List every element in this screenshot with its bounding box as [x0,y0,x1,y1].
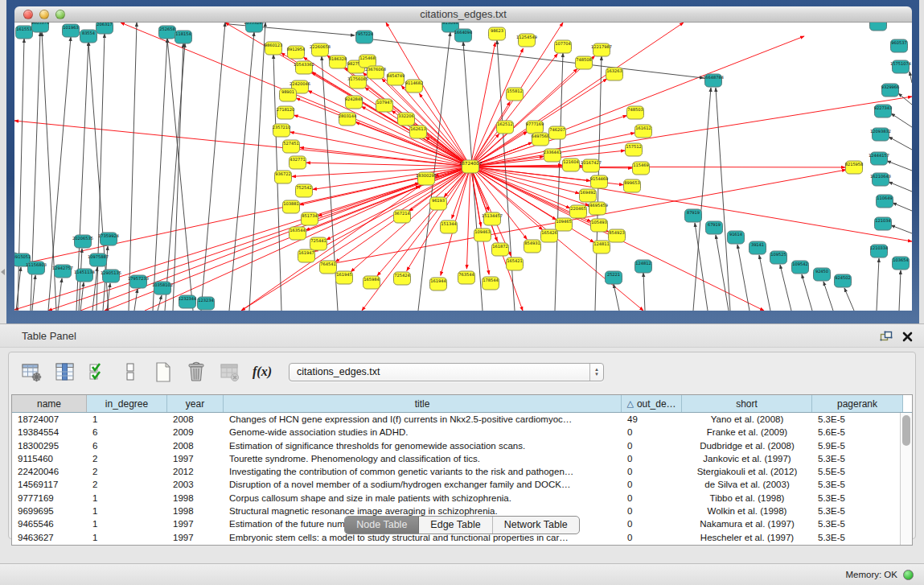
yellow-node[interactable]: 121604 [563,159,580,171]
float-panel-icon[interactable] [880,331,893,342]
yellow-node[interactable]: 854931 [524,240,541,253]
column-header-year[interactable]: year [167,395,224,412]
teal-node[interactable]: 11156803 [26,262,47,274]
yellow-node[interactable]: 151344 [441,220,458,233]
yellow-node[interactable]: 432771 [290,156,306,169]
teal-node[interactable]: 110649 [877,195,893,208]
black-edge[interactable] [32,275,35,311]
sidebar-collapse-handle[interactable] [1,269,5,275]
teal-node[interactable]: 92450 [814,268,831,281]
yellow-node[interactable]: 169492 [580,189,597,202]
yellow-node[interactable]: 9777169 [526,121,544,134]
black-edge[interactable] [418,32,450,311]
yellow-node[interactable]: 14695459 [587,202,608,215]
black-edge[interactable] [823,282,833,311]
table-settings-button[interactable] [20,360,43,383]
table-row[interactable]: 2242004622012Investigating the contribut… [12,465,900,478]
teal-node[interactable]: 960537 [891,39,908,52]
black-edge[interactable] [129,23,137,311]
teal-node[interactable]: 118154 [175,31,192,43]
close-window-button[interactable] [23,10,33,19]
yellow-node[interactable]: 124811 [593,241,610,253]
yellow-node[interactable]: 15134457 [482,212,503,225]
yellow-node[interactable]: 161945 [336,271,353,284]
yellow-node[interactable]: 725424 [394,272,411,285]
network-graph[interactable]: 1872400716155396053741019638355420631725… [14,23,912,311]
yellow-node[interactable]: 746207 [549,126,566,139]
hub-node[interactable]: 18724007 [459,160,483,173]
yellow-node[interactable]: 764541 [320,261,337,274]
yellow-node[interactable]: 105493 [591,219,608,232]
teal-node[interactable]: 151283 [870,23,887,31]
yellow-node[interactable]: 161612 [635,125,652,138]
yellow-node[interactable]: 2803144 [339,113,357,126]
teal-node[interactable]: 67919 [706,221,723,234]
red-edge[interactable] [470,167,543,230]
black-edge[interactable] [716,235,729,311]
yellow-node[interactable]: 165421 [507,257,524,270]
black-edge[interactable] [153,39,167,311]
black-edge[interactable] [229,32,254,311]
yellow-node[interactable]: 103881 [283,200,300,213]
table-scrollbar-thumb[interactable] [902,415,910,446]
teal-node[interactable]: 1664094 [454,29,473,42]
teal-node[interactable]: 25221 [606,271,622,284]
memory-ok-indicator[interactable] [903,570,914,580]
black-edge[interactable] [97,34,105,311]
black-edge[interactable] [877,258,879,311]
yellow-node[interactable]: 163263 [606,68,623,80]
black-edge[interactable] [167,39,193,311]
rows-button[interactable] [119,360,142,383]
yellow-node[interactable]: 98623 [489,27,506,40]
yellow-node[interactable]: 115469 [633,162,650,175]
black-edge[interactable] [201,23,225,311]
teal-node[interactable]: 109542 [792,261,809,274]
table-row[interactable]: 1872400712008Changes of HCN gene express… [12,413,900,426]
black-edge[interactable] [80,282,84,311]
column-header-in_degree[interactable]: in_degree [87,395,167,412]
yellow-node[interactable]: 109463 [474,229,491,241]
yellow-node[interactable]: 8215958 [845,161,864,174]
yellow-node[interactable]: 162512 [497,121,514,134]
yellow-node[interactable]: 107704 [555,40,572,53]
teal-node[interactable]: 12905135 [101,270,121,282]
black-edge[interactable] [643,273,645,311]
yellow-node[interactable]: 2718120 [277,106,295,119]
yellow-node[interactable]: 899653 [624,179,641,192]
teal-node[interactable]: 109525 [770,251,787,264]
black-edge[interactable] [780,265,791,311]
yellow-node[interactable]: 163544 [290,227,306,240]
red-edge[interactable] [470,167,589,206]
yellow-node[interactable]: 96193 [430,197,447,210]
table-row[interactable]: 977716911998Corpus callosum shape and si… [12,492,900,505]
column-header-short[interactable]: short [682,395,812,412]
teal-node[interactable]: 15751074 [890,60,911,73]
tab-network-table[interactable]: Network Table [493,517,579,534]
yellow-node[interactable]: 11254549 [516,34,537,47]
yellow-node[interactable]: 8454749 [387,72,405,85]
red-edge[interactable] [470,167,912,241]
teal-node[interactable]: 161553 [16,26,33,39]
teal-node[interactable]: 83554 [80,30,97,43]
black-edge[interactable] [889,182,912,192]
teal-node[interactable]: 924502 [835,274,852,287]
yellow-node[interactable]: 936722 [275,171,292,183]
table-select-dropdown[interactable]: citations_edges.txt ▲▼ [289,363,604,381]
teal-node[interactable]: 39141 [749,241,766,254]
teal-node[interactable]: 17957233 [128,275,149,288]
yellow-node[interactable]: 165984 [363,276,380,289]
yellow-node[interactable]: 18300295 [416,172,437,185]
yellow-node[interactable]: 165426 [541,229,558,242]
teal-node[interactable]: 11451134 [74,269,95,282]
yellow-node[interactable]: 8186328 [329,56,347,68]
yellow-node[interactable]: 6497568 [532,133,550,146]
teal-node[interactable]: 101963 [63,24,80,37]
table-row[interactable]: 1938455462009Genome-wide association stu… [12,426,900,439]
teal-node[interactable]: 1232344 [179,295,197,308]
red-edge[interactable] [470,101,510,167]
yellow-node[interactable]: 22260658 [310,43,331,56]
yellow-node[interactable]: 10167427 [581,159,602,172]
column-header-name[interactable]: name [12,395,87,412]
teal-node[interactable]: 87919 [685,209,702,222]
teal-node[interactable]: 9329966 [881,84,900,97]
